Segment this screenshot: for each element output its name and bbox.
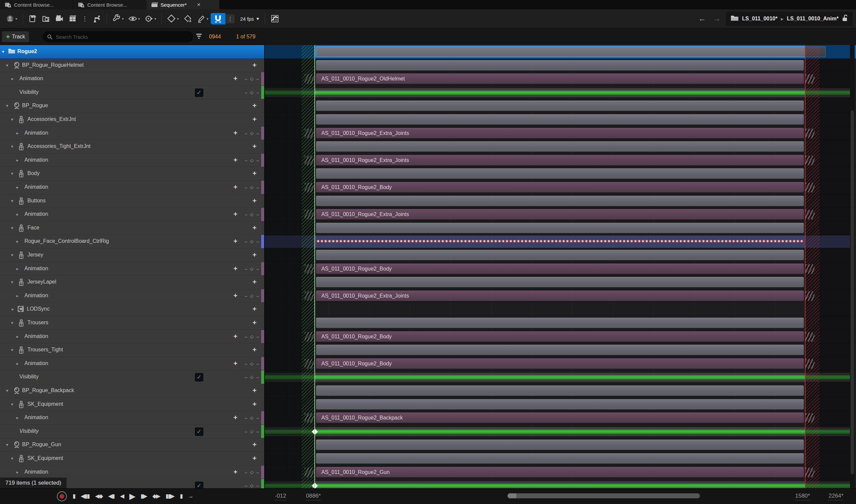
- breadcrumb-current[interactable]: LS_011_0010_Anim*: [787, 16, 839, 22]
- previous-key-icon[interactable]: ←: [244, 334, 249, 340]
- playback-end-line[interactable]: [805, 45, 805, 488]
- expander-open-icon[interactable]: ▾: [11, 117, 13, 122]
- expander-open-icon[interactable]: ▾: [11, 226, 13, 231]
- breadcrumb-folder-icon[interactable]: [731, 15, 739, 22]
- expander-open-icon[interactable]: ▾: [6, 103, 8, 108]
- track-row-accessories_extrjnt[interactable]: ▾Accessories_ExtrJnt+: [0, 113, 264, 127]
- add-section-button[interactable]: +: [234, 414, 237, 421]
- wrench-settings-button[interactable]: ▾: [110, 12, 126, 25]
- view-range-start-field[interactable]: 0886*: [306, 493, 321, 500]
- expander-closed-icon[interactable]: ▸: [16, 212, 19, 217]
- timeline-row[interactable]: [265, 452, 856, 466]
- visibility-section[interactable]: [265, 88, 850, 97]
- animation-clip[interactable]: AS_011_0010_Rogue2_Extra_Joints: [316, 155, 804, 166]
- previous-key-icon[interactable]: ←: [244, 469, 249, 475]
- curve-editor-button[interactable]: [268, 12, 281, 25]
- next-key-icon[interactable]: →: [255, 266, 259, 272]
- timeline-row[interactable]: [265, 140, 856, 154]
- timeline-row[interactable]: [265, 86, 856, 100]
- playhead-line[interactable]: [315, 45, 315, 488]
- fps-dropdown[interactable]: 24 fps▾: [237, 14, 261, 24]
- animation-clip[interactable]: AS_011_0010_Rogue2_Backpack: [316, 412, 804, 423]
- add-key-icon[interactable]: ◇: [250, 415, 254, 421]
- track-row-animation[interactable]: ▸Animation+←◇→: [0, 181, 264, 194]
- track-row-trousers_tight[interactable]: ▾Trousers_Tight+: [0, 343, 264, 357]
- previous-key-icon[interactable]: ←: [244, 184, 249, 191]
- expander-closed-icon[interactable]: ▸: [16, 293, 19, 298]
- add-key-icon[interactable]: ◇: [250, 184, 254, 191]
- render-movie-button[interactable]: [66, 12, 80, 25]
- timeline-row[interactable]: [265, 45, 856, 59]
- timeline-row[interactable]: AS_011_0010_Rogue2_OldHelmet: [265, 72, 856, 86]
- timeline-row[interactable]: AS_011_0010_Rogue2_Extra_Joints: [265, 208, 856, 221]
- visibility-checkbox[interactable]: ✓: [195, 89, 203, 97]
- add-section-button[interactable]: +: [253, 61, 256, 69]
- track-row-accessories_tight_extrjnt[interactable]: ▾Accessories_Tight_ExtrJnt+: [0, 140, 264, 154]
- timeline-row[interactable]: AS_011_0010_Rogue2_Extra_Joints: [265, 289, 856, 303]
- add-key-icon[interactable]: ◇: [250, 212, 254, 217]
- add-section-button[interactable]: +: [253, 305, 256, 312]
- add-section-button[interactable]: +: [253, 143, 256, 150]
- track-row-face[interactable]: ▾Face+: [0, 221, 264, 235]
- track-row-bp_rogue_gun[interactable]: ▾BP_Rogue_Gun+: [0, 438, 264, 452]
- breadcrumb-root[interactable]: LS_011_0010*: [742, 16, 777, 22]
- controlrig-keyframes[interactable]: [316, 238, 804, 244]
- track-row-bp_rogue_roguehelmet[interactable]: ▾BP_Rogue_RogueHelmet+: [0, 59, 264, 72]
- timeline-row[interactable]: [265, 316, 856, 330]
- expander-open-icon[interactable]: ▾: [11, 402, 13, 407]
- add-section-button[interactable]: +: [253, 102, 256, 109]
- track-row-animation[interactable]: ▸Animation+←◇→: [0, 262, 264, 276]
- add-key-icon[interactable]: ◇: [250, 429, 254, 434]
- back-arrow-icon[interactable]: ←: [697, 14, 708, 23]
- track-row-animation[interactable]: ▸Animation+←◇→: [0, 289, 264, 303]
- timeline-row[interactable]: [265, 479, 856, 488]
- create-camera-button[interactable]: [53, 12, 66, 25]
- step-back-button[interactable]: ◀▮: [108, 491, 114, 502]
- expander-closed-icon[interactable]: ▸: [16, 361, 19, 366]
- add-key-icon[interactable]: ◇: [250, 76, 254, 82]
- add-key-icon[interactable]: ◇: [250, 469, 254, 475]
- track-row-visibility[interactable]: Visibility✓←◇→: [0, 371, 264, 384]
- add-section-button[interactable]: +: [234, 211, 237, 218]
- next-key-icon[interactable]: →: [255, 130, 259, 136]
- visibility-section[interactable]: [265, 373, 850, 382]
- visibility-checkbox[interactable]: ✓: [195, 373, 203, 381]
- search-tracks-box[interactable]: [43, 31, 193, 42]
- next-key-icon[interactable]: →: [255, 429, 259, 434]
- timeline-row[interactable]: AS_011_0010_Rogue2_Extra_Joints: [265, 127, 856, 140]
- animation-clip[interactable]: AS_011_0010_Rogue2_Body: [316, 182, 804, 193]
- timeline-row[interactable]: [265, 398, 856, 412]
- track-row-animation[interactable]: ▸Animation+←◇→: [0, 466, 264, 479]
- track-row-rogue_face_controlboard_ctrlrig[interactable]: ▸Rogue_Face_ControlBoard_CtrlRig+←◇→: [0, 235, 264, 249]
- object-range-bar[interactable]: [316, 195, 804, 206]
- object-range-bar[interactable]: [316, 439, 804, 450]
- visibility-section[interactable]: [265, 427, 850, 436]
- add-section-button[interactable]: +: [253, 278, 256, 286]
- expander-open-icon[interactable]: ▾: [11, 144, 13, 149]
- working-range-start-field[interactable]: -012: [275, 493, 286, 500]
- expander-closed-icon[interactable]: ▸: [16, 158, 19, 163]
- visibility-checkbox[interactable]: ✓: [195, 482, 203, 488]
- expander-open-icon[interactable]: ▾: [11, 456, 13, 461]
- next-key-icon[interactable]: →: [255, 184, 259, 191]
- track-row-jersey[interactable]: ▾Jersey+: [0, 249, 264, 262]
- track-row-body[interactable]: ▾Body+: [0, 167, 264, 181]
- timeline-row[interactable]: [265, 425, 856, 438]
- filter-icon[interactable]: [195, 33, 202, 40]
- previous-key-icon[interactable]: ←: [244, 483, 249, 488]
- vertical-scrollbar[interactable]: [850, 45, 855, 488]
- next-key-icon[interactable]: →: [255, 238, 259, 245]
- playback-options-button[interactable]: ▾: [142, 12, 159, 25]
- add-key-icon[interactable]: ◇: [250, 238, 254, 245]
- timeline-row[interactable]: AS_011_0010_Rogue2_Backpack: [265, 411, 856, 425]
- previous-key-icon[interactable]: ←: [244, 157, 249, 163]
- animation-clip[interactable]: AS_011_0010_Rogue2_Extra_Joints: [316, 209, 804, 220]
- previous-key-icon[interactable]: ←: [244, 238, 249, 245]
- add-key-icon[interactable]: ◇: [250, 361, 254, 367]
- timeline-row[interactable]: [265, 221, 856, 235]
- previous-key-icon[interactable]: ←: [244, 415, 249, 421]
- next-key-icon[interactable]: →: [255, 90, 259, 95]
- add-section-button[interactable]: +: [234, 183, 237, 191]
- autokey-button[interactable]: [181, 12, 194, 25]
- expander-open-icon[interactable]: ▾: [6, 388, 8, 393]
